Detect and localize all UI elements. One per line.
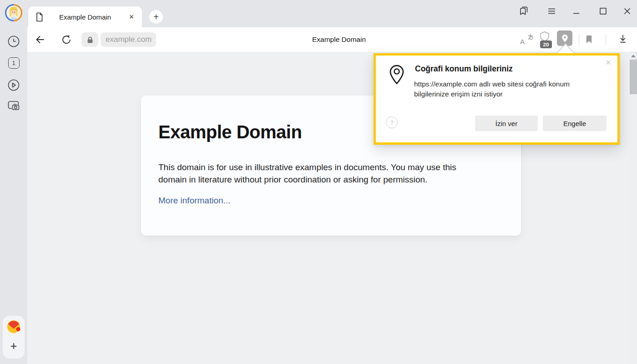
bookmark-button[interactable] (583, 33, 594, 46)
close-icon: × (129, 12, 134, 22)
screenshot-camera-icon (7, 99, 20, 112)
translate-button[interactable]: A (520, 34, 534, 46)
popup-origin: https://example.com (414, 80, 477, 88)
tab-close-button[interactable]: × (126, 6, 136, 27)
plus-icon: + (153, 12, 159, 22)
minimize-icon (573, 8, 580, 15)
media-play-button[interactable] (0, 79, 27, 91)
profile-avatar[interactable] (5, 4, 22, 21)
screenshot-button[interactable] (0, 99, 27, 112)
allow-button[interactable]: İzin ver (475, 116, 538, 131)
menu-button[interactable] (545, 0, 558, 22)
location-pin-outline-icon (389, 65, 404, 86)
downloads-button[interactable] (617, 33, 629, 46)
popup-title: Coğrafi konum bilgileriniz (415, 64, 513, 74)
back-button[interactable] (34, 33, 46, 46)
popup-caret (557, 45, 574, 53)
block-button[interactable]: Engelle (543, 116, 607, 131)
more-information-link[interactable]: More information... (158, 196, 230, 206)
browser-window: 1 (0, 0, 637, 364)
lock-icon (86, 36, 94, 44)
page-paragraph: This domain is for use in illustrative e… (158, 161, 478, 186)
help-button[interactable]: ? (386, 116, 398, 128)
plus-icon: + (10, 339, 17, 353)
address-bar[interactable]: example.com (101, 32, 156, 47)
location-pin-icon (561, 34, 569, 43)
translate-kana-icon (527, 34, 534, 40)
play-icon (7, 79, 20, 91)
site-security-button[interactable] (81, 32, 98, 47)
tabs-panel-button[interactable]: 1 (0, 57, 27, 69)
popup-close-button[interactable]: × (604, 56, 613, 69)
scroll-up-arrow-icon[interactable] (631, 55, 636, 57)
url-text: example.com (106, 35, 152, 44)
sidebar: 1 (0, 0, 27, 364)
toolbar: example.com Example Domain A 20 (27, 27, 637, 52)
minimize-button[interactable] (569, 0, 583, 22)
sidebar-apps-panel: + (3, 316, 25, 359)
page-title-center: Example Domain (312, 27, 366, 52)
back-arrow-icon (35, 34, 46, 45)
avatar-icon (5, 4, 22, 21)
close-icon: × (606, 57, 611, 67)
reload-button[interactable] (60, 33, 72, 46)
download-icon (617, 34, 628, 45)
maximize-icon (600, 8, 607, 15)
bookmarks-stack-icon (518, 5, 529, 16)
tab-counter-icon: 1 (8, 57, 20, 69)
page-heading: Example Domain (158, 122, 302, 142)
bookmark-flag-icon (586, 35, 592, 44)
tab-example-domain[interactable]: Example Domain × (28, 6, 142, 27)
geolocation-permission-popup: × Coğrafi konum bilgileriniz https://exa… (374, 53, 620, 145)
vertical-scrollbar[interactable] (630, 51, 637, 364)
bookmarks-panel-button[interactable] (517, 0, 531, 22)
history-button[interactable] (0, 35, 27, 48)
tab-title: Example Domain (28, 6, 142, 27)
toolbar-divider (579, 34, 579, 45)
adblock-count: 20 (543, 42, 549, 47)
translate-a-glyph: A (520, 38, 525, 46)
close-window-button[interactable] (620, 0, 634, 22)
hamburger-icon (548, 8, 555, 14)
new-tab-button[interactable]: + (149, 10, 163, 24)
mail-app-button[interactable] (6, 319, 21, 334)
question-mark-icon: ? (390, 119, 393, 126)
toolbar-divider (606, 34, 606, 45)
tab-count: 1 (12, 60, 15, 66)
scrollbar-thumb[interactable] (630, 60, 637, 94)
clock-icon (7, 35, 20, 48)
adblock-button[interactable]: 20 (539, 31, 553, 48)
adblock-counter-badge: 20 (540, 40, 552, 48)
close-icon (624, 8, 631, 15)
add-app-button[interactable]: + (3, 337, 25, 355)
reload-icon (61, 34, 72, 46)
popup-message: https://example.com adlı web sitesi coğr… (414, 79, 585, 99)
maximize-button[interactable] (596, 0, 610, 22)
tab-strip: Example Domain × + (27, 0, 637, 27)
mail-icon (6, 319, 21, 334)
